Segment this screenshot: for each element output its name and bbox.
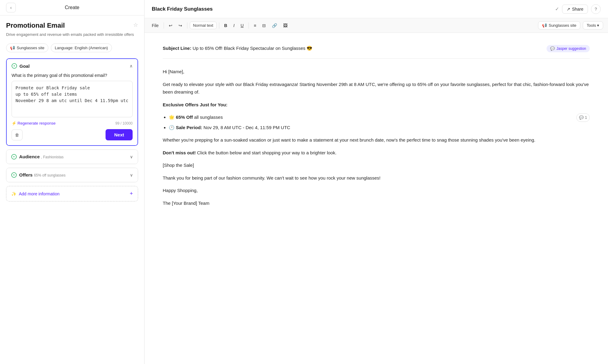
site-tag-label: Sunglasses site [17, 46, 44, 50]
undo-button[interactable]: ↩ [166, 22, 175, 29]
audience-title: Audience [19, 154, 40, 159]
email-greeting: Hi [Name], [163, 68, 590, 76]
offers-circle-icon: ✦ [11, 172, 17, 178]
language-tag[interactable]: Language: English (American) [51, 43, 112, 52]
help-button[interactable]: ? [591, 4, 601, 14]
offer2-bold: Sale Period: [176, 125, 202, 130]
goal-accordion-header[interactable]: ✦ Goal ∧ [7, 59, 137, 73]
right-topbar: Black Friday Sunglasses ✓ ↗ Share ? [144, 0, 608, 18]
subject-line-value: Up to 65% Off! Black Friday Spectacular … [193, 46, 312, 51]
left-content: Promotional Email ☆ Drive engagement and… [0, 15, 144, 364]
email-para2: Whether you're prepping for a sun-soaked… [163, 136, 590, 144]
audience-accordion: ✦ Audience , Fashionistas ∨ [6, 149, 138, 164]
offers-title: Offers [19, 172, 33, 177]
offer1-tail: all sunglasses [193, 115, 223, 120]
favorite-icon[interactable]: ☆ [133, 22, 138, 28]
goal-chevron-icon: ∧ [130, 64, 133, 68]
sunglasses-site-button[interactable]: 📢 Sunglasses site [538, 21, 580, 29]
email-para3: Don't miss out! Click the button below a… [163, 149, 590, 157]
offers-list-container: 🌟 65% Off all sunglasses 🕐 Sale Period: … [163, 113, 590, 131]
site-tag[interactable]: 📢 Sunglasses site [6, 43, 48, 52]
email-signature: The [Your Brand] Team [163, 199, 590, 207]
email-para1: Get ready to elevate your style with our… [163, 81, 590, 96]
char-count-row: ⚡ Regenerate response 99 / 10000 [12, 121, 133, 125]
file-button[interactable]: File [149, 22, 161, 29]
comment-count: 1 [585, 115, 587, 121]
offer2-tail: Nov 29, 8 AM UTC - Dec 4, 11:59 PM UTC [202, 125, 290, 130]
toolbar-divider-4 [248, 22, 249, 29]
delete-button[interactable]: 🗑 [12, 129, 23, 140]
regenerate-button[interactable]: ⚡ Regenerate response [12, 121, 56, 125]
editor-toolbar: File ↩ ↪ Normal text B I U ≡ ⊟ 🔗 🖼 📢 Sun… [144, 18, 608, 33]
goal-textarea[interactable]: Promote our Black Friday sale up to 65% … [12, 81, 133, 117]
toolbar-divider-1 [164, 22, 164, 29]
document-title: Black Friday Sunglasses [152, 6, 213, 12]
comment-badge[interactable]: 💬 1 [576, 113, 590, 122]
redo-button[interactable]: ↪ [176, 22, 185, 29]
plus-icon: + [130, 191, 133, 197]
offers-accordion-header[interactable]: ✦ Offers 65% off sunglasses ∨ [6, 168, 138, 182]
goal-header-left: ✦ Goal [12, 63, 30, 69]
offer-item-2: 🕐 Sale Period: Nov 29, 8 AM UTC - Dec 4,… [169, 124, 590, 132]
audience-title-group: Audience , Fashionistas [19, 154, 64, 160]
subject-line-area: Subject Line: Up to 65% Off! Black Frida… [163, 45, 590, 59]
numbered-list-button[interactable]: ⊟ [260, 22, 268, 29]
action-row: 🗑 Next [12, 129, 133, 140]
shop-sale-link[interactable]: [Shop the Sale] [163, 161, 590, 169]
audience-circle-icon: ✦ [11, 154, 17, 160]
subject-line-label: Subject Line: [163, 46, 191, 51]
bold-button[interactable]: B [222, 22, 230, 29]
share-button[interactable]: ↗ Share [562, 5, 588, 14]
sunglasses-site-icon: 📢 [542, 23, 547, 28]
offers-list: 🌟 65% Off all sunglasses 🕐 Sale Period: … [169, 113, 590, 131]
promo-desc: Drive engagement and revenue with emails… [6, 32, 138, 37]
left-panel: ‹ Create Promotional Email ☆ Drive engag… [0, 0, 144, 364]
sunglasses-site-label: Sunglasses site [549, 23, 576, 28]
goal-accordion: ✦ Goal ∧ What is the primary goal of thi… [6, 58, 138, 146]
toolbar-right: 📢 Sunglasses site Tools ▾ [538, 21, 603, 29]
text-format-button[interactable]: Normal text [190, 22, 217, 29]
next-button[interactable]: Next [106, 129, 133, 140]
toolbar-divider-2 [187, 22, 187, 29]
tags-row: 📢 Sunglasses site Language: English (Ame… [6, 43, 138, 52]
offers-subtitle: 65% off sunglasses [34, 173, 66, 177]
goal-body: What is the primary goal of this promoti… [7, 73, 137, 145]
comment-icon: 💬 [579, 115, 584, 121]
editor-content: Subject Line: Up to 65% Off! Black Frida… [144, 33, 608, 364]
para3-tail: Click the button below and start shoppin… [196, 150, 337, 155]
audience-header-left: ✦ Audience , Fashionistas [11, 154, 64, 160]
link-button[interactable]: 🔗 [269, 22, 280, 29]
sparkle-icon: ✨ [11, 191, 16, 196]
add-more-label: Add more information [19, 191, 60, 196]
jasper-suggestion-badge: 💬 Jasper suggestion [547, 45, 590, 52]
offers-title-group: Offers 65% off sunglasses [19, 172, 66, 178]
char-count: 99 / 10000 [115, 121, 133, 125]
jasper-icon: 💬 [550, 46, 555, 51]
back-button[interactable]: ‹ [6, 3, 16, 12]
add-more-section[interactable]: ✨ Add more information + [6, 186, 138, 201]
dont-miss-bold: Don't miss out! [163, 150, 196, 155]
bullet-list-button[interactable]: ≡ [251, 22, 259, 29]
image-button[interactable]: 🖼 [281, 22, 290, 29]
sun-icon: 🌟 [169, 115, 176, 120]
trash-icon: 🗑 [15, 132, 19, 137]
offers-header-left: ✦ Offers 65% off sunglasses [11, 172, 66, 178]
left-header: ‹ Create [0, 0, 144, 15]
offer-item-1: 🌟 65% Off all sunglasses [169, 113, 590, 121]
share-icon: ↗ [567, 7, 570, 12]
audience-accordion-header[interactable]: ✦ Audience , Fashionistas ∨ [6, 150, 138, 164]
goal-circle-icon: ✦ [12, 63, 17, 69]
happy-shopping: Happy Shopping, [163, 187, 590, 194]
clock-icon: 🕐 [169, 125, 176, 130]
goal-title: Goal [19, 64, 30, 69]
underline-button[interactable]: U [238, 22, 246, 29]
promo-header: Promotional Email ☆ [6, 22, 138, 29]
tools-button[interactable]: Tools ▾ [583, 21, 603, 29]
regenerate-label: ⚡ Regenerate response [12, 121, 56, 125]
exclusive-heading: Exclusive Offers Just for You: [163, 101, 590, 109]
italic-button[interactable]: I [231, 22, 237, 29]
email-para4: Thank you for being part of our fashion … [163, 174, 590, 182]
jasper-badge-label: Jasper suggestion [557, 46, 586, 51]
email-body: Hi [Name], Get ready to elevate your sty… [163, 68, 590, 207]
create-title: Create [65, 5, 79, 10]
